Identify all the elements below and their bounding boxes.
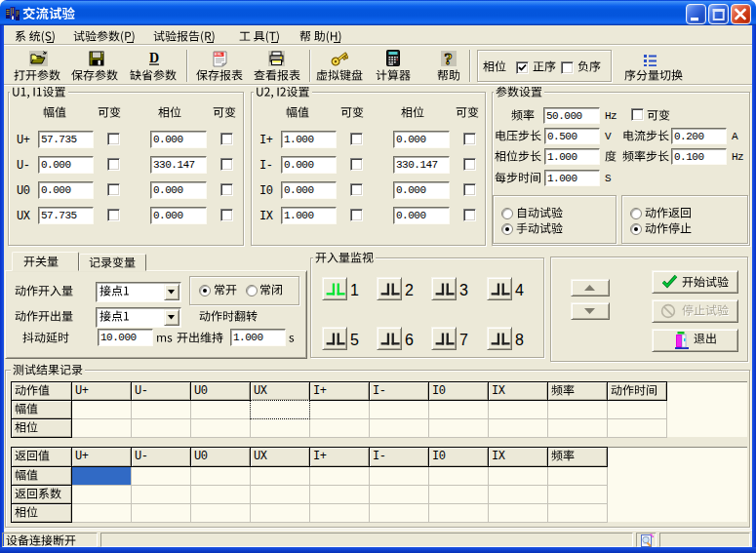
svg-text:?: ? — [444, 51, 453, 66]
svg-text:EXL: EXL — [215, 52, 222, 57]
svg-text:D: D — [149, 51, 159, 65]
